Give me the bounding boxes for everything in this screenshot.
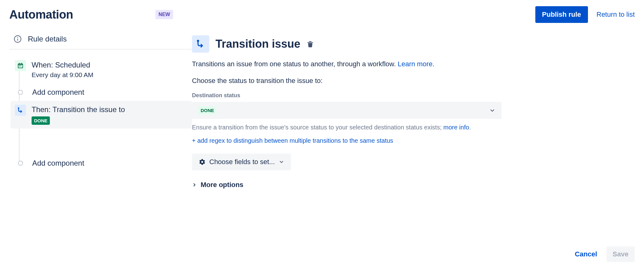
main-panel: Transition issue Transitions an issue fr…: [192, 29, 635, 189]
publish-rule-button[interactable]: Publish rule: [535, 6, 588, 23]
return-to-list-link[interactable]: Return to list: [597, 11, 635, 19]
more-options-toggle[interactable]: More options: [192, 181, 635, 189]
timeline-spacer: [11, 130, 192, 155]
step-when[interactable]: When: Scheduled Every day at 9:00 AM: [11, 56, 192, 82]
page-title: Automation: [9, 8, 73, 21]
header-actions: Publish rule Return to list: [535, 6, 635, 23]
status-lozenge-done: DONE: [32, 116, 50, 125]
header-left: Automation NEW: [9, 8, 173, 21]
panel-description: Transitions an issue from one status to …: [192, 60, 635, 68]
delete-button[interactable]: [307, 40, 314, 48]
destination-status-select[interactable]: DONE: [192, 102, 502, 119]
helper-text-body: Ensure a transition from the issue's sou…: [192, 124, 443, 131]
sidebar: Rule details When: Scheduled Every day a…: [9, 29, 192, 189]
save-button[interactable]: Save: [607, 246, 635, 262]
more-info-link[interactable]: more info: [443, 124, 469, 131]
chevron-right-icon: [192, 182, 197, 187]
bullet-icon: [18, 161, 23, 166]
content: Rule details When: Scheduled Every day a…: [0, 29, 644, 189]
step-then-body: Then: Transition the issue to DONE: [32, 105, 188, 125]
choose-prompt: Choose the status to transition the issu…: [192, 77, 635, 85]
learn-more-link[interactable]: Learn more.: [398, 60, 434, 68]
panel-title: Transition issue: [215, 37, 300, 50]
svg-rect-6: [21, 63, 22, 64]
add-regex-link[interactable]: + add regex to distinguish between multi…: [192, 137, 393, 144]
transition-icon: [192, 35, 209, 53]
svg-rect-8: [20, 65, 21, 66]
more-options-label: More options: [201, 181, 243, 189]
status-lozenge-done: DONE: [198, 106, 216, 115]
add-component-row-1[interactable]: Add component: [11, 84, 192, 101]
destination-status-label: Destination status: [192, 92, 635, 99]
choose-fields-button[interactable]: Choose fields to set...: [192, 154, 291, 170]
bullet-icon: [18, 90, 23, 95]
calendar-icon: [15, 60, 26, 71]
chevron-down-icon: [489, 107, 495, 114]
footer-actions: Cancel Save: [575, 246, 635, 262]
trash-icon: [307, 40, 314, 48]
add-component-label: Add component: [32, 159, 84, 168]
svg-rect-4: [19, 65, 23, 68]
choose-fields-label: Choose fields to set...: [209, 158, 275, 166]
panel-heading: Transition issue: [192, 35, 635, 53]
header: Automation NEW Publish rule Return to li…: [0, 0, 644, 29]
step-when-sub: Every day at 9:00 AM: [32, 71, 188, 79]
step-when-title: When: Scheduled: [32, 60, 188, 69]
rule-timeline: When: Scheduled Every day at 9:00 AM Add…: [9, 56, 192, 172]
gear-icon: [199, 159, 206, 165]
rule-details-row[interactable]: Rule details: [9, 29, 192, 50]
step-when-body: When: Scheduled Every day at 9:00 AM: [32, 60, 188, 79]
svg-rect-5: [19, 63, 20, 64]
step-then-title: Then: Transition the issue to: [32, 105, 188, 114]
chevron-down-icon: [279, 159, 284, 165]
info-icon: [14, 35, 22, 43]
add-component-label: Add component: [32, 88, 84, 97]
cancel-button[interactable]: Cancel: [575, 250, 597, 258]
helper-text: Ensure a transition from the issue's sou…: [192, 124, 635, 131]
desc-text: Transitions an issue from one status to …: [192, 60, 398, 68]
add-component-row-2[interactable]: Add component: [11, 155, 192, 172]
rule-details-label: Rule details: [28, 35, 67, 43]
step-then[interactable]: Then: Transition the issue to DONE: [11, 101, 192, 128]
new-badge: NEW: [155, 10, 173, 19]
transition-icon: [15, 105, 26, 116]
svg-point-2: [17, 37, 18, 38]
svg-rect-7: [19, 65, 20, 66]
